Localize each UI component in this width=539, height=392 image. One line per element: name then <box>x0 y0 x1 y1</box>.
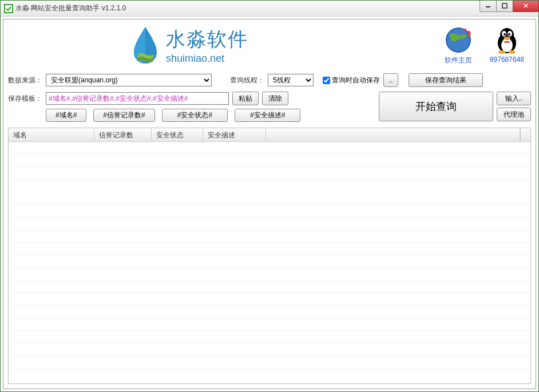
row-source: 数据来源： 安全联盟(anquan.org) 查询线程： 5线程 查询时自动保存… <box>3 71 536 89</box>
table-row <box>9 180 530 192</box>
thread-label: 查询线程： <box>230 76 264 85</box>
col-reputation[interactable]: 信誉记录数 <box>94 128 152 141</box>
maximize-button[interactable] <box>496 1 513 12</box>
template-input[interactable] <box>46 92 229 105</box>
header-band: 水淼软件 shuimiao.net 软件主页 <box>3 19 536 71</box>
browse-button[interactable]: .. <box>383 73 398 87</box>
table-row <box>9 217 530 230</box>
col-status[interactable]: 安全状态 <box>152 128 203 141</box>
svg-point-15 <box>498 50 505 54</box>
window-controls <box>479 1 538 12</box>
svg-point-16 <box>509 50 516 54</box>
home-link[interactable]: 软件主页 <box>444 26 473 65</box>
content-frame: 水淼软件 shuimiao.net 软件主页 <box>3 19 536 389</box>
tag-reputation[interactable]: #信誉记录数# <box>93 109 154 122</box>
proxy-pool-button[interactable]: 代理池 <box>497 108 531 121</box>
qq-link[interactable]: 897687648 <box>490 26 524 65</box>
water-drop-icon <box>129 25 161 66</box>
globe-icon <box>444 26 473 54</box>
table-row <box>9 255 530 268</box>
logo-text: 水淼软件 shuimiao.net <box>166 26 248 65</box>
table-row <box>9 331 530 343</box>
svg-rect-0 <box>5 5 13 13</box>
table-row <box>9 167 530 180</box>
tag-status[interactable]: #安全状态# <box>162 109 228 122</box>
svg-point-12 <box>504 33 506 35</box>
svg-point-13 <box>508 33 510 35</box>
table-row <box>9 142 530 155</box>
source-label: 数据来源： <box>8 76 42 85</box>
source-select[interactable]: 安全联盟(anquan.org) <box>46 74 212 86</box>
svg-point-9 <box>501 38 513 52</box>
svg-point-14 <box>504 37 510 40</box>
tag-desc[interactable]: #安全描述# <box>235 109 300 122</box>
logo: 水淼软件 shuimiao.net <box>129 25 248 66</box>
thread-select[interactable]: 5线程 <box>268 74 314 86</box>
svg-point-6 <box>447 29 470 52</box>
autosave-checkbox[interactable] <box>323 77 330 84</box>
table-row <box>9 293 530 306</box>
table-row <box>9 192 530 205</box>
table-row <box>9 205 530 217</box>
save-result-button[interactable]: 保存查询结果 <box>409 73 483 87</box>
header-links: 软件主页 89 <box>444 26 524 65</box>
table-header: 域名 信誉记录数 安全状态 安全描述 <box>9 128 530 142</box>
svg-rect-2 <box>502 3 507 8</box>
table-row <box>9 280 530 293</box>
col-spacer <box>266 128 520 141</box>
qq-link-label: 897687648 <box>490 56 524 64</box>
table-row <box>9 230 530 243</box>
input-button[interactable]: 输入.. <box>497 92 531 105</box>
autosave-label: 查询时自动保存 <box>332 76 380 85</box>
logo-sub: shuimiao.net <box>166 53 248 65</box>
minimize-button[interactable] <box>479 1 497 12</box>
qq-penguin-icon <box>493 26 521 54</box>
titlebar[interactable]: 水淼·网站安全批量查询助手 v1.2.1.0 <box>1 1 538 17</box>
start-query-button[interactable]: 开始查询 <box>379 92 493 121</box>
tag-domain[interactable]: #域名# <box>46 109 86 122</box>
table-row <box>9 243 530 255</box>
table-row <box>9 318 530 331</box>
window-title: 水淼·网站安全批量查询助手 v1.2.1.0 <box>15 3 479 13</box>
table-row <box>9 343 530 356</box>
col-scrollbar-gutter <box>520 128 530 141</box>
clear-button[interactable]: 清除 <box>262 92 288 105</box>
table-row <box>9 306 530 318</box>
app-icon <box>4 4 13 13</box>
table-row <box>9 356 530 369</box>
col-domain[interactable]: 域名 <box>9 128 94 141</box>
template-label: 保存模板： <box>8 94 42 104</box>
home-link-label: 软件主页 <box>445 56 472 65</box>
table-row <box>9 268 530 280</box>
paste-button[interactable]: 粘贴 <box>232 92 259 105</box>
table-row <box>9 155 530 167</box>
close-button[interactable] <box>513 1 539 12</box>
row-template: 保存模板： 粘贴 清除 #域名# #信誉记录数# #安全状态# #安全描述# 开… <box>3 89 536 124</box>
results-table: 域名 信誉记录数 安全状态 安全描述 <box>8 128 531 384</box>
col-desc[interactable]: 安全描述 <box>203 128 266 141</box>
table-body[interactable] <box>9 142 530 383</box>
app-window: 水淼·网站安全批量查询助手 v1.2.1.0 水淼软件 shuimiao.net <box>0 0 539 392</box>
logo-main: 水淼软件 <box>166 26 248 53</box>
